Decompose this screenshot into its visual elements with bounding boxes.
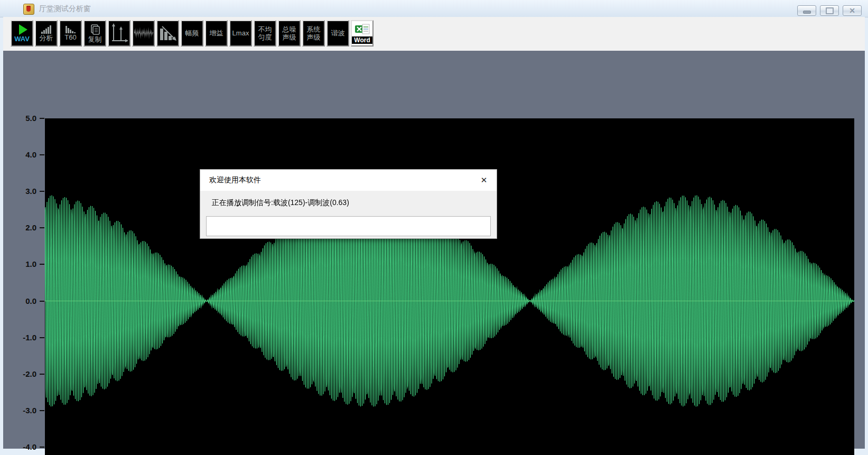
play-icon-wrap — [17, 24, 27, 35]
toolbar-button-word-export[interactable]: Word — [351, 20, 374, 47]
minimize-button[interactable] — [797, 5, 816, 16]
toolbar-button-t60[interactable]: T60 — [59, 20, 82, 47]
app-icon — [23, 4, 34, 15]
toolbar-button-label: WAV — [14, 35, 30, 43]
waveform-plot-region: 5.04.03.02.01.00.0-1.0-2.0-3.0-4.0-5.000… — [3, 51, 865, 449]
y-axis-label: -1.0 — [10, 333, 36, 342]
y-axis-tick — [40, 154, 44, 155]
close-button[interactable]: ✕ — [843, 5, 862, 16]
toolbar-button-axes[interactable] — [108, 20, 130, 47]
y-axis-tick — [40, 227, 44, 228]
y-axis-label: 5.0 — [10, 114, 36, 123]
minimize-icon — [803, 11, 811, 14]
toolbar-button-label: 声级 — [283, 34, 296, 41]
copy-doc-icon-wrap — [89, 24, 101, 35]
axes-icon-wrap — [110, 23, 128, 43]
y-axis-label: 1.0 — [10, 259, 36, 268]
toolbar-buttons: WAV分析T60复制幅频增益Lmax不均匀度总噪声级系统声级谐波Word — [11, 20, 374, 47]
toolbar-button-analyze[interactable]: 分析 — [35, 20, 58, 47]
play-icon — [19, 24, 27, 35]
y-axis-label: -3.0 — [10, 406, 36, 415]
toolbar-button-label: 分析 — [40, 34, 53, 42]
axes-icon — [110, 23, 128, 43]
excel-doc-icon — [354, 23, 370, 36]
app-window: 厅堂测试分析窗 ✕ WAV分析T60复制幅频增益Lmax不均匀度总噪声级系统声级… — [0, 0, 868, 455]
title-bar: 厅堂测试分析窗 ✕ — [0, 0, 868, 17]
dialog-message: 正在播放调制信号:载波(125)-调制波(0.63) — [212, 198, 497, 208]
bar-chart-icon — [41, 25, 51, 34]
y-axis-tick — [40, 191, 44, 192]
y-axis-label: 0.0 — [10, 296, 36, 305]
toolbar-button-wav-play[interactable]: WAV — [11, 20, 33, 47]
welcome-dialog: 欢迎使用本软件 ✕ 正在播放调制信号:载波(125)-调制波(0.63) — [200, 169, 497, 239]
toolbar-button-label: 不均 — [258, 26, 272, 33]
y-axis-tick — [40, 118, 44, 119]
y-axis-label: 2.0 — [10, 223, 36, 232]
decay-bars-icon — [66, 26, 76, 33]
toolbar-button-label: 复制 — [88, 36, 102, 43]
toolbar-button-system-level[interactable]: 系统声级 — [302, 20, 325, 47]
toolbar: WAV分析T60复制幅频增益Lmax不均匀度总噪声级系统声级谐波Word — [3, 17, 865, 51]
toolbar-button-label: 系统 — [307, 26, 321, 33]
bars-rise-icon-wrap — [41, 25, 51, 34]
maximize-button[interactable] — [820, 5, 839, 16]
toolbar-button-gain[interactable]: 增益 — [205, 20, 228, 47]
toolbar-button-nonuniformity[interactable]: 不均匀度 — [254, 20, 276, 47]
bars-decay-icon-wrap — [66, 26, 76, 33]
progress-bar — [206, 216, 491, 236]
excel-icon-wrap — [354, 23, 370, 36]
dialog-title: 欢迎使用本软件 — [209, 175, 261, 185]
y-axis-tick — [40, 410, 44, 411]
toolbar-button-harmonics[interactable]: 谐波 — [326, 20, 349, 47]
noise-waveform-icon — [134, 25, 153, 41]
toolbar-button-label: 总噪 — [283, 26, 296, 33]
toolbar-button-label: 幅频 — [185, 30, 199, 37]
copy-icon — [89, 24, 101, 35]
toolbar-button-waveform[interactable] — [132, 20, 155, 47]
toolbar-button-label: 匀度 — [258, 34, 272, 41]
y-axis-label: 3.0 — [10, 187, 36, 196]
y-axis-tick — [40, 264, 44, 265]
toolbar-button-histogram-decay[interactable] — [156, 20, 179, 47]
waveform-icon-wrap — [134, 25, 153, 41]
y-axis-tick — [40, 374, 44, 375]
y-axis-tick — [40, 447, 44, 448]
toolbar-button-amp-freq[interactable]: 幅频 — [181, 20, 203, 47]
maximize-icon — [826, 7, 834, 14]
toolbar-button-label: 声级 — [307, 34, 321, 41]
y-axis-tick — [40, 301, 44, 302]
toolbar-button-label: Word — [352, 36, 372, 44]
dialog-title-bar: 欢迎使用本软件 ✕ — [200, 170, 497, 191]
window-title: 厅堂测试分析窗 — [39, 4, 91, 14]
y-axis-tick — [40, 337, 44, 338]
y-axis-label: -2.0 — [10, 369, 36, 378]
toolbar-button-label: 增益 — [210, 30, 223, 37]
bars-arrow-icon-wrap — [159, 24, 177, 42]
toolbar-button-label: Lmax — [232, 30, 249, 37]
toolbar-button-lmax[interactable]: Lmax — [229, 20, 252, 47]
y-axis-label: 4.0 — [10, 150, 36, 159]
close-icon: ✕ — [849, 7, 855, 14]
toolbar-button-total-noise-level[interactable]: 总噪声级 — [278, 20, 301, 47]
dialog-close-button[interactable]: ✕ — [479, 175, 489, 185]
toolbar-button-copy[interactable]: 复制 — [83, 20, 106, 47]
y-axis-label: -4.0 — [10, 442, 36, 451]
decay-histogram-icon — [159, 24, 177, 42]
toolbar-button-label: 谐波 — [331, 30, 345, 37]
close-icon: ✕ — [481, 175, 488, 185]
toolbar-button-label: T60 — [64, 34, 76, 41]
